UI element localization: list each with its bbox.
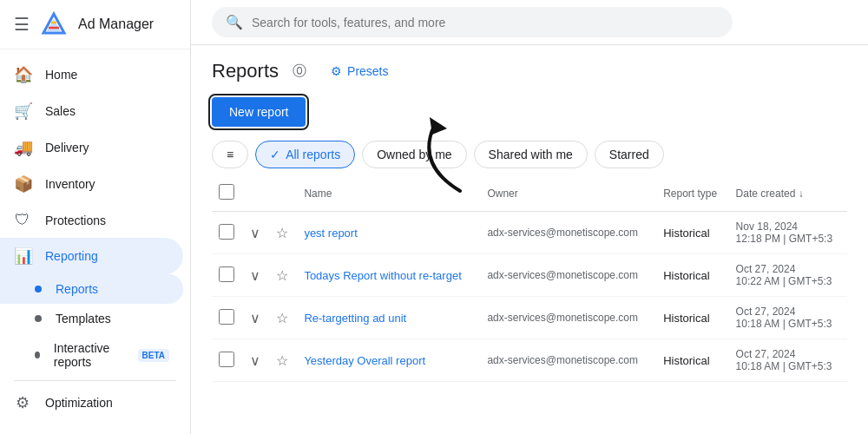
- row-checkbox[interactable]: [219, 266, 234, 282]
- date-created-cell: Oct 27, 202410:18 AM | GMT+5:3: [729, 297, 847, 339]
- search-bar[interactable]: 🔍: [212, 7, 733, 37]
- report-link[interactable]: Yesterday Overall report: [304, 354, 425, 367]
- expand-icon[interactable]: ∨: [250, 311, 260, 326]
- report-link[interactable]: yest report: [304, 227, 357, 240]
- row-expand-cell[interactable]: ∨: [243, 212, 269, 254]
- sidebar-item-reports[interactable]: Reports: [0, 274, 183, 304]
- sidebar-item-optimization[interactable]: ⚙ Optimization: [0, 385, 183, 421]
- expand-icon[interactable]: ∨: [250, 226, 260, 240]
- report-link[interactable]: Re-targetting ad unit: [304, 312, 406, 325]
- row-star-cell[interactable]: ☆: [269, 254, 297, 297]
- row-checkbox[interactable]: [219, 352, 234, 367]
- table-header: Name Owner Report type Date created ↓: [212, 175, 847, 212]
- tab-shared-with-me[interactable]: Shared with me: [474, 141, 588, 168]
- dot-icon: [35, 315, 42, 322]
- row-star-cell[interactable]: ☆: [269, 339, 297, 382]
- reports-table-container: Name Owner Report type Date created ↓ ∨ …: [191, 175, 868, 434]
- owner-cell: adx-services@monetiscope.com: [480, 254, 656, 297]
- tab-label: All reports: [286, 148, 340, 161]
- sidebar: ☰ Ad Manager 🏠 Home 🛒 Sales 🚚 Delivery 📦…: [0, 0, 191, 434]
- tab-filter[interactable]: ≡: [212, 141, 248, 168]
- row-checkbox-cell[interactable]: [212, 297, 243, 339]
- checkbox-header: [212, 175, 243, 212]
- star-header: [269, 175, 297, 212]
- star-icon[interactable]: ☆: [276, 353, 288, 368]
- tab-owned-by-me[interactable]: Owned by me: [362, 141, 466, 168]
- report-type-header: Report type: [656, 175, 728, 212]
- sub-nav-label: Reports: [56, 282, 98, 296]
- filter-icon: ≡: [227, 148, 233, 161]
- hamburger-icon[interactable]: ☰: [14, 14, 30, 35]
- tabs-bar: ≡ ✓ All reports Owned by me Shared with …: [191, 137, 868, 175]
- sales-icon: 🛒: [14, 102, 31, 121]
- tab-all-reports[interactable]: ✓ All reports: [255, 141, 355, 168]
- help-icon[interactable]: ⓪: [293, 62, 306, 81]
- sidebar-item-delivery[interactable]: 🚚 Delivery: [0, 129, 183, 166]
- sidebar-item-label: Sales: [45, 104, 76, 118]
- table-body: ∨ ☆ yest report adx-services@monetiscope…: [212, 212, 847, 382]
- presets-label: Presets: [347, 64, 388, 78]
- search-icon: 🔍: [226, 14, 243, 30]
- sidebar-item-interactive-reports[interactable]: Interactive reports BETA: [0, 333, 183, 377]
- expand-icon[interactable]: ∨: [250, 353, 260, 368]
- row-star-cell[interactable]: ☆: [269, 297, 297, 339]
- date-created-cell: Oct 27, 202410:18 AM | GMT+5:3: [729, 339, 847, 382]
- report-name-cell: Yesterday Overall report: [297, 339, 480, 382]
- owner-header: Owner: [480, 175, 656, 212]
- select-all-checkbox[interactable]: [219, 184, 234, 200]
- report-name-cell: Todays Report without re-target: [297, 254, 480, 297]
- inventory-icon: 📦: [14, 174, 31, 194]
- search-input[interactable]: [252, 16, 719, 30]
- sidebar-item-reporting[interactable]: 📊 Reporting: [0, 238, 183, 274]
- dot-icon: [35, 352, 40, 358]
- report-type-cell: Historical: [656, 339, 728, 382]
- sidebar-item-label: Inventory: [45, 177, 95, 191]
- date-created-header[interactable]: Date created ↓: [729, 175, 847, 212]
- table-row: ∨ ☆ Re-targetting ad unit adx-services@m…: [212, 297, 847, 339]
- report-link[interactable]: Todays Report without re-target: [304, 269, 461, 282]
- report-type-cell: Historical: [656, 254, 728, 297]
- expand-icon[interactable]: ∨: [250, 268, 260, 283]
- optimization-icon: ⚙: [14, 393, 31, 412]
- star-icon[interactable]: ☆: [276, 268, 288, 283]
- table-row: ∨ ☆ Todays Report without re-target adx-…: [212, 254, 847, 297]
- row-checkbox[interactable]: [219, 224, 234, 240]
- presets-gear-icon: ⚙: [331, 64, 342, 78]
- row-checkbox-cell[interactable]: [212, 254, 243, 297]
- page-title: Reports: [212, 60, 279, 82]
- app-logo: [40, 10, 68, 38]
- row-expand-cell[interactable]: ∨: [243, 297, 269, 339]
- row-star-cell[interactable]: ☆: [269, 212, 297, 254]
- row-checkbox-cell[interactable]: [212, 339, 243, 382]
- table-row: ∨ ☆ yest report adx-services@monetiscope…: [212, 212, 847, 254]
- report-name-cell: yest report: [297, 212, 480, 254]
- new-report-button[interactable]: New report: [212, 97, 306, 127]
- row-checkbox-cell[interactable]: [212, 212, 243, 254]
- date-created-cell: Nov 18, 202412:18 PM | GMT+5:3: [729, 212, 847, 254]
- table-row: ∨ ☆ Yesterday Overall report adx-service…: [212, 339, 847, 382]
- sidebar-item-templates[interactable]: Templates: [0, 304, 183, 333]
- sidebar-divider: [14, 380, 176, 381]
- sidebar-item-label: Protections: [45, 214, 106, 227]
- beta-badge: BETA: [138, 349, 169, 362]
- topbar: 🔍: [191, 0, 868, 45]
- tab-label: Shared with me: [489, 148, 573, 161]
- owner-cell: adx-services@monetiscope.com: [480, 297, 656, 339]
- presets-button[interactable]: ⚙ Presets: [320, 59, 398, 83]
- star-icon[interactable]: ☆: [276, 226, 288, 240]
- owner-cell: adx-services@monetiscope.com: [480, 212, 656, 254]
- star-icon[interactable]: ☆: [276, 311, 288, 326]
- sidebar-item-home[interactable]: 🏠 Home: [0, 56, 183, 93]
- sub-nav-label: Interactive reports: [54, 341, 124, 369]
- tab-starred[interactable]: Starred: [595, 141, 664, 168]
- row-expand-cell[interactable]: ∨: [243, 339, 269, 382]
- sidebar-item-label: Home: [45, 68, 77, 82]
- tab-label: Owned by me: [377, 148, 451, 161]
- date-created-cell: Oct 27, 202410:22 AM | GMT+5:3: [729, 254, 847, 297]
- sidebar-item-label: Reporting: [45, 249, 98, 263]
- sidebar-item-protections[interactable]: 🛡 Protections: [0, 202, 183, 238]
- sidebar-item-sales[interactable]: 🛒 Sales: [0, 93, 183, 129]
- row-expand-cell[interactable]: ∨: [243, 254, 269, 297]
- sidebar-item-inventory[interactable]: 📦 Inventory: [0, 166, 183, 202]
- row-checkbox[interactable]: [219, 309, 234, 325]
